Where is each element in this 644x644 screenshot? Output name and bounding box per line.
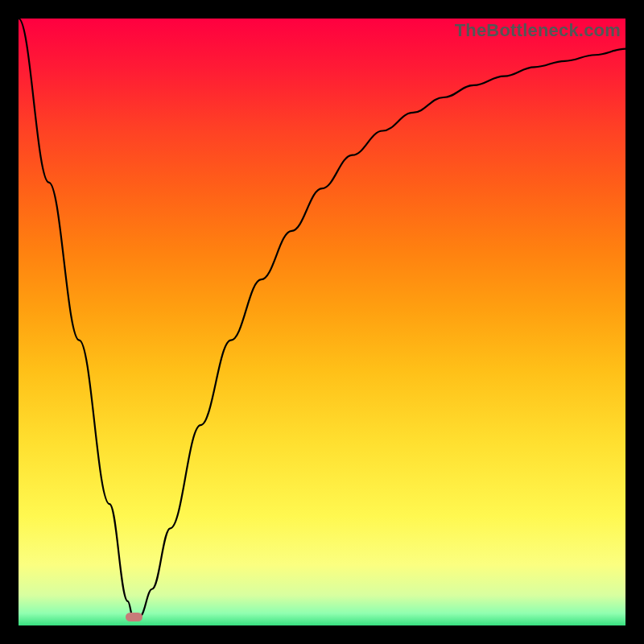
optimum-marker	[126, 613, 142, 621]
plot-area: TheBottleneck.com	[19, 19, 625, 625]
chart-frame: TheBottleneck.com	[0, 0, 644, 644]
bottleneck-curve	[19, 19, 625, 625]
